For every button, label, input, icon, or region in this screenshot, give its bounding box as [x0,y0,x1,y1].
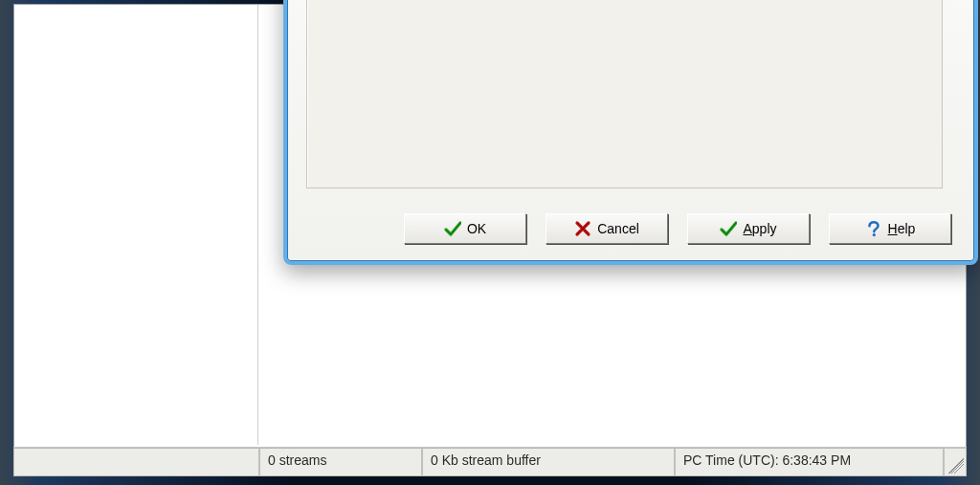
status-cell-buffer: 0 Kb stream buffer [422,448,675,476]
dialog-content-panel [306,0,943,188]
resize-grip-icon[interactable] [944,448,967,476]
cancel-button[interactable]: Cancel [546,213,668,244]
status-cell-streams: 0 streams [259,448,422,476]
help-button[interactable]: Help [829,213,951,244]
svg-point-0 [872,233,875,236]
apply-button-label: Apply [743,221,776,236]
app-window: 0 streams 0 Kb stream buffer PC Time (UT… [13,4,967,476]
status-cell-time: PC Time (UTC): 6:38:43 PM [675,448,944,476]
apply-button[interactable]: Apply [687,213,810,244]
help-button-label: Help [888,221,916,236]
dialog-button-row: OK Cancel [404,213,951,244]
cancel-button-label: Cancel [597,221,639,236]
question-icon [865,220,882,237]
x-icon [574,220,591,237]
ok-button[interactable]: OK [404,213,526,244]
status-bar: 0 streams 0 Kb stream buffer PC Time (UT… [13,447,967,476]
options-dialog: OK Cancel [283,0,978,265]
ok-button-label: OK [467,221,486,236]
sidebar-panel [14,5,258,445]
check-icon [444,220,461,237]
check-icon [720,220,737,237]
aero-window-frame: 0 streams 0 Kb stream buffer PC Time (UT… [0,0,980,485]
status-cell-empty [13,448,259,476]
